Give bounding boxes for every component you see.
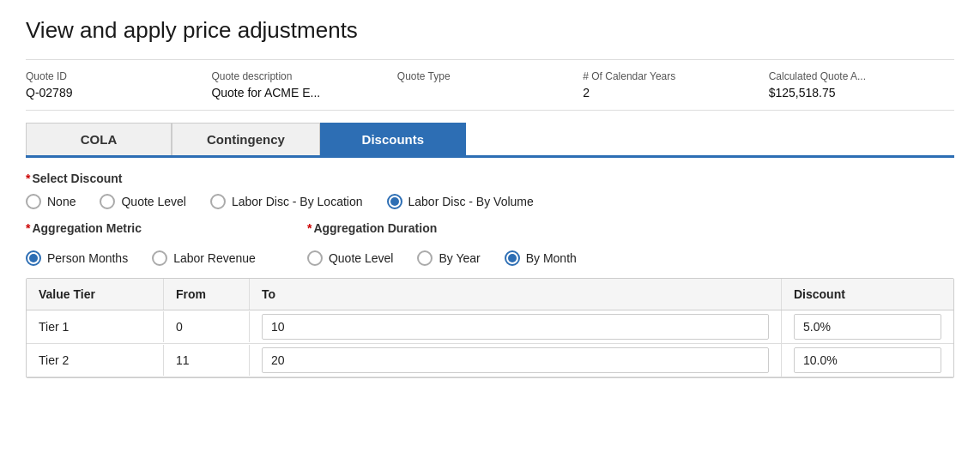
radio-quote-level-dur[interactable]: Quote Level: [307, 250, 394, 266]
meta-quote-id: Quote ID Q-02789: [26, 70, 211, 99]
radio-circle-quote-level: [100, 194, 115, 209]
radio-circle-labor-disc-location: [210, 194, 226, 209]
radio-label-quote-level: Quote Level: [121, 195, 186, 208]
select-discount-label: *Select Discount: [26, 172, 954, 185]
radio-label-labor-disc-location: Labor Disc - By Location: [232, 195, 363, 208]
aggregation-row: *Aggregation Metric Person Months Labor …: [26, 221, 954, 266]
radio-circle-by-month: [505, 250, 520, 266]
td-tier-1: Tier 1: [27, 311, 164, 342]
tab-cola[interactable]: COLA: [26, 123, 172, 155]
radio-label-labor-revenue: Labor Revenue: [173, 251, 256, 265]
radio-by-month[interactable]: By Month: [505, 250, 577, 266]
page-title: View and apply price adjustments: [26, 17, 954, 44]
tabs-row: COLA Contingency Discounts: [26, 123, 954, 158]
radio-circle-none: [26, 194, 41, 209]
radio-by-year[interactable]: By Year: [417, 250, 480, 266]
td-discount-2-cell: [782, 344, 953, 377]
radio-labor-revenue[interactable]: Labor Revenue: [152, 250, 256, 266]
content-area: *Select Discount None Quote Level Labor …: [26, 158, 954, 378]
meta-quote-description: Quote description Quote for ACME E...: [211, 70, 396, 99]
aggregation-metric-group: Person Months Labor Revenue: [26, 250, 256, 266]
th-to: To: [250, 279, 782, 310]
meta-quote-type-label: Quote Type: [397, 70, 583, 82]
radio-circle-by-year: [417, 250, 433, 266]
meta-calculated-quote: Calculated Quote A... $125,518.75: [769, 70, 954, 99]
th-from: From: [164, 279, 250, 310]
table-row: Tier 1 0: [27, 310, 953, 344]
radio-person-months[interactable]: Person Months: [26, 250, 128, 266]
radio-label-by-month: By Month: [526, 251, 577, 265]
input-discount-1[interactable]: [794, 314, 941, 340]
input-to-2[interactable]: [262, 347, 769, 373]
aggregation-duration-group: Quote Level By Year By Month: [307, 250, 577, 266]
radio-quote-level[interactable]: Quote Level: [100, 194, 186, 209]
tab-contingency[interactable]: Contingency: [172, 123, 320, 155]
radio-circle-labor-disc-volume: [387, 194, 402, 209]
radio-circle-person-months: [26, 250, 41, 266]
td-to-2-cell: [250, 344, 782, 377]
td-from-2: 11: [164, 345, 250, 376]
radio-label-person-months: Person Months: [47, 251, 128, 265]
meta-quote-description-value: Quote for ACME E...: [211, 86, 396, 99]
input-to-1[interactable]: [262, 314, 769, 340]
radio-label-labor-disc-volume: Labor Disc - By Volume: [408, 195, 534, 208]
radio-labor-disc-location[interactable]: Labor Disc - By Location: [210, 194, 363, 209]
meta-row: Quote ID Q-02789 Quote description Quote…: [26, 59, 954, 111]
meta-quote-id-label: Quote ID: [26, 70, 211, 82]
aggregation-duration-section: *Aggregation Duration Quote Level By Yea…: [307, 221, 577, 266]
meta-calendar-years-label: # Of Calendar Years: [583, 70, 768, 82]
required-star-discount: *: [26, 172, 30, 185]
td-discount-1-cell: [782, 310, 953, 343]
meta-calendar-years: # Of Calendar Years 2: [583, 70, 768, 99]
radio-label-none: None: [47, 195, 76, 208]
discount-table: Value Tier From To Discount Tier 1 0 Tie…: [26, 278, 954, 378]
tab-discounts[interactable]: Discounts: [320, 123, 466, 155]
radio-labor-disc-volume[interactable]: Labor Disc - By Volume: [387, 194, 534, 209]
required-star-duration: *: [307, 221, 312, 235]
radio-circle-labor-revenue: [152, 250, 167, 266]
radio-circle-quote-level-dur: [307, 250, 323, 266]
td-tier-2: Tier 2: [27, 345, 164, 376]
meta-quote-type: Quote Type: [397, 70, 583, 99]
aggregation-metric-label: *Aggregation Metric: [26, 221, 256, 235]
input-discount-2[interactable]: [794, 347, 941, 373]
th-value-tier: Value Tier: [27, 279, 164, 310]
td-from-1: 0: [164, 311, 250, 342]
aggregation-duration-label: *Aggregation Duration: [307, 221, 577, 235]
meta-calculated-quote-value: $125,518.75: [769, 86, 954, 99]
td-to-1-cell: [250, 310, 782, 343]
radio-none[interactable]: None: [26, 194, 76, 209]
radio-label-quote-level-dur: Quote Level: [329, 251, 394, 265]
meta-quote-description-label: Quote description: [211, 70, 396, 82]
table-row: Tier 2 11: [27, 344, 953, 377]
discount-options-group: None Quote Level Labor Disc - By Locatio…: [26, 194, 954, 209]
meta-calculated-quote-label: Calculated Quote A...: [769, 70, 954, 82]
table-header: Value Tier From To Discount: [27, 279, 953, 310]
page-container: View and apply price adjustments Quote I…: [0, 0, 980, 378]
th-discount: Discount: [782, 279, 953, 310]
aggregation-metric-section: *Aggregation Metric Person Months Labor …: [26, 221, 256, 266]
meta-calendar-years-value: 2: [583, 86, 768, 99]
radio-label-by-year: By Year: [439, 251, 480, 265]
meta-quote-id-value: Q-02789: [26, 86, 211, 99]
required-star-metric: *: [26, 221, 30, 235]
